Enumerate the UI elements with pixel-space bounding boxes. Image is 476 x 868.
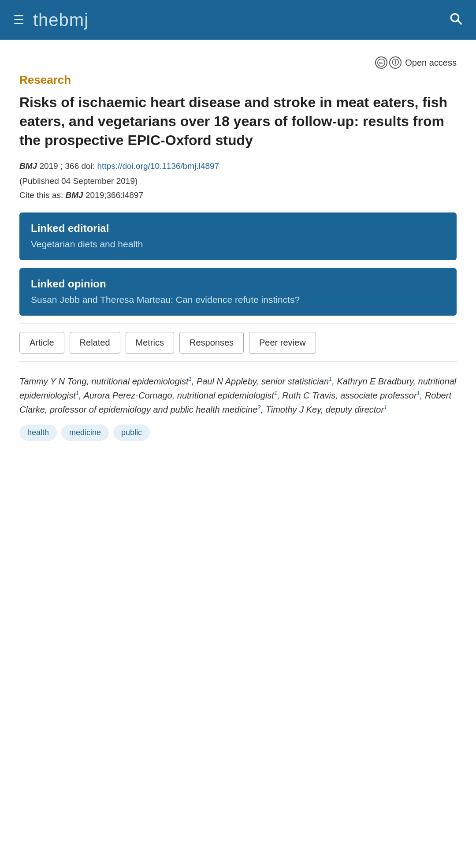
meta-year: 2019 xyxy=(39,161,58,171)
tab-metrics[interactable]: Metrics xyxy=(126,332,174,354)
tab-peer-review[interactable]: Peer review xyxy=(249,332,316,354)
authors-section: Tammy Y N Tong, nutritional epidemiologi… xyxy=(19,374,457,417)
main-content: cc ⓘ Open access Research Risks of ischa… xyxy=(0,40,476,458)
linked-editorial-title: Linked editorial xyxy=(31,222,445,235)
svg-point-0 xyxy=(451,14,458,21)
site-header: ☰ thebmj xyxy=(0,0,476,40)
meta-separator: ; xyxy=(60,161,65,171)
linked-editorial-subtitle: Vegetarian diets and health xyxy=(31,238,445,250)
tab-responses[interactable]: Responses xyxy=(179,332,244,354)
logo-middle: bmj xyxy=(59,10,89,30)
cite-as-label: Cite this as: xyxy=(19,190,63,200)
logo-prefix: the xyxy=(33,10,59,30)
tags-container: health medicine public xyxy=(19,425,457,441)
journal-name: BMJ xyxy=(19,161,37,171)
article-type-label: Research xyxy=(19,73,457,87)
header-left: ☰ thebmj xyxy=(13,10,89,30)
tag-public[interactable]: public xyxy=(113,425,150,441)
cc-icons: cc ⓘ xyxy=(375,56,402,69)
tab-article[interactable]: Article xyxy=(19,332,64,354)
meta-volume: 366 xyxy=(65,161,79,171)
cite-detail: 2019;366:l4897 xyxy=(86,190,143,200)
article-title: Risks of ischaemic heart disease and str… xyxy=(19,93,457,150)
linked-opinion-card[interactable]: Linked opinion Susan Jebb and Theresa Ma… xyxy=(19,268,457,316)
open-access-bar: cc ⓘ Open access xyxy=(19,50,457,73)
meta-doi-label: doi: xyxy=(82,161,97,171)
info-circle-icon: ⓘ xyxy=(389,56,402,69)
linked-editorial-card[interactable]: Linked editorial Vegetarian diets and he… xyxy=(19,212,457,260)
doi-link[interactable]: https://doi.org/10.1136/bmj.l4897 xyxy=(97,161,219,171)
published-date: (Published 04 September 2019) xyxy=(19,175,457,188)
article-tabs: Article Related Metrics Responses Peer r… xyxy=(19,324,457,362)
authors-text: Tammy Y N Tong, nutritional epidemiologi… xyxy=(19,376,456,414)
svg-text:cc: cc xyxy=(379,60,384,65)
tag-health[interactable]: health xyxy=(19,425,57,441)
linked-opinion-title: Linked opinion xyxy=(31,278,445,290)
open-access-label: Open access xyxy=(405,58,457,68)
search-icon[interactable] xyxy=(449,11,463,29)
svg-line-1 xyxy=(458,20,462,24)
site-logo[interactable]: thebmj xyxy=(33,10,89,30)
hamburger-menu-icon[interactable]: ☰ xyxy=(13,13,24,27)
tab-related[interactable]: Related xyxy=(70,332,120,354)
cite-as: Cite this as: BMJ 2019;366:l4897 xyxy=(19,190,457,200)
article-meta: BMJ 2019 ; 366 doi: https://doi.org/10.1… xyxy=(19,160,457,173)
creative-commons-icon: cc xyxy=(375,56,387,69)
tag-medicine[interactable]: medicine xyxy=(61,425,109,441)
linked-opinion-subtitle: Susan Jebb and Theresa Marteau: Can evid… xyxy=(31,294,445,306)
cite-journal: BMJ xyxy=(66,190,86,200)
